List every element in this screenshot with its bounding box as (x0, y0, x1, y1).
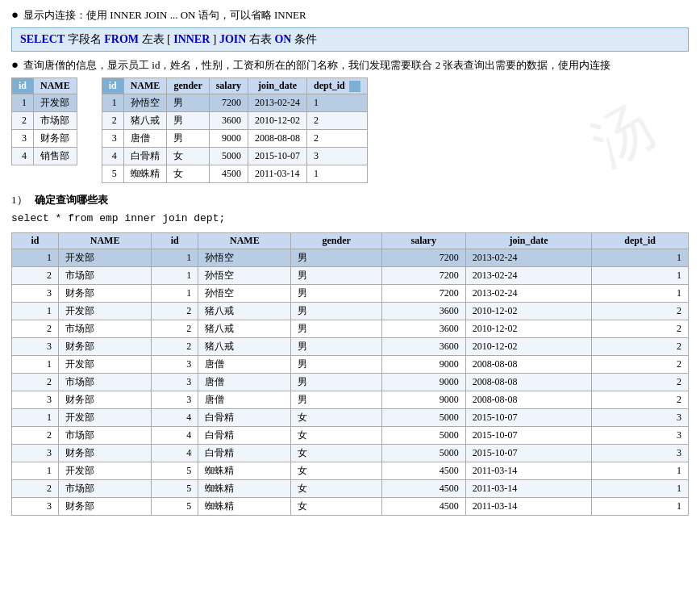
result-row-cell: 白骨精 (198, 409, 291, 427)
result-row-cell: 2010-12-02 (465, 320, 592, 338)
result-row-cell: 财务部 (59, 285, 152, 303)
result-row-cell: 2011-03-14 (465, 498, 592, 516)
result-row-cell: 猪八戒 (198, 320, 291, 338)
result-row-cell: 1 (592, 285, 689, 303)
result-row-cell: 2 (592, 374, 689, 391)
emp-row-cell: 蜘蛛精 (123, 165, 167, 183)
result-row-cell: 男 (291, 267, 381, 285)
bullet1-text: 显示内连接：使用 INNER JOIN ... ON 语句，可以省略 INNER (23, 8, 306, 23)
result-row-cell: 唐僧 (198, 391, 291, 409)
emp-row-cell: 9000 (209, 130, 248, 148)
result-row-cell: 男 (291, 338, 381, 356)
result-row-cell: 2 (592, 391, 689, 409)
result-row-cell: 1 (152, 249, 198, 267)
syntax-condition: 条件 (294, 33, 317, 45)
syntax-from: FROM (104, 33, 139, 45)
syntax-box: SELECT 字段名 FROM 左表 [ INNER ] JOIN 右表 ON … (11, 27, 689, 52)
emp-row-cell: 3600 (209, 112, 248, 130)
result-row-cell: 2013-02-24 (465, 285, 592, 303)
result-row-cell: 男 (291, 285, 381, 303)
emp-row-cell: 1 (102, 94, 123, 112)
emp-th-id: id (102, 78, 123, 94)
syntax-on: ON (274, 33, 291, 45)
result-row-cell: 1 (592, 498, 689, 516)
result-row-cell: 4500 (381, 480, 465, 498)
result-row-cell: 市场部 (59, 480, 152, 498)
result-row-cell: 男 (291, 391, 381, 409)
emp-row-cell: 猪八戒 (123, 112, 167, 130)
emp-row-cell: 1 (307, 165, 368, 183)
result-row-cell: 1 (12, 249, 59, 267)
result-row-cell: 3 (592, 427, 689, 445)
result-row-cell: 女 (291, 445, 381, 462)
syntax-left-table: 左表 [ (142, 33, 171, 45)
step1-header: 1） 确定查询哪些表 (11, 193, 689, 207)
result-row-cell: 男 (291, 249, 381, 267)
result-row-cell: 白骨精 (198, 427, 291, 445)
result-row-cell: 蜘蛛精 (198, 480, 291, 498)
dept-row-id: 4 (12, 148, 34, 165)
result-row-cell: 开发部 (59, 409, 152, 427)
emp-th-salary: salary (209, 78, 248, 94)
tables-row: id NAME 1开发部2市场部3财务部4销售部 id NAME gender … (11, 77, 689, 183)
result-row-cell: 开发部 (59, 356, 152, 374)
bullet1-line: ● 显示内连接：使用 INNER JOIN ... ON 语句，可以省略 INN… (11, 8, 689, 23)
emp-row-cell: 2008-08-08 (248, 130, 307, 148)
dept-row-name: 市场部 (34, 112, 77, 130)
result-row-cell: 4 (152, 409, 198, 427)
emp-th-deptid: dept_id (307, 78, 368, 94)
result-row-cell: 3 (12, 391, 59, 409)
result-row-cell: 2 (12, 267, 59, 285)
result-row-cell: 2008-08-08 (465, 356, 592, 374)
emp-row-cell: 4 (102, 148, 123, 165)
result-row-cell: 7200 (381, 267, 465, 285)
result-row-cell: 男 (291, 374, 381, 391)
result-row-cell: 3600 (381, 320, 465, 338)
result-row-cell: 孙悟空 (198, 285, 291, 303)
result-row-cell: 市场部 (59, 267, 152, 285)
emp-th-joindate: join_date (248, 78, 307, 94)
result-row-cell: 1 (12, 356, 59, 374)
result-row-cell: 2 (12, 427, 59, 445)
result-row-cell: 猪八戒 (198, 303, 291, 320)
result-row-cell: 2 (152, 320, 198, 338)
result-row-cell: 3 (12, 498, 59, 516)
result-row-cell: 2011-03-14 (465, 480, 592, 498)
result-row-cell: 2015-10-07 (465, 445, 592, 462)
emp-row-cell: 1 (307, 94, 368, 112)
emp-row-cell: 2011-03-14 (248, 165, 307, 183)
result-row-cell: 财务部 (59, 445, 152, 462)
emp-row-cell: 女 (167, 148, 209, 165)
emp-row-cell: 2010-12-02 (248, 112, 307, 130)
bullet2-line: ● 查询唐僧的信息，显示员工 id，姓名，性别，工资和所在的部门名称，我们发现需… (11, 58, 689, 73)
dept-table-container: id NAME 1开发部2市场部3财务部4销售部 (11, 77, 77, 165)
result-row-cell: 3 (592, 409, 689, 427)
bullet2-symbol: ● (11, 58, 19, 72)
result-row-cell: 3 (152, 374, 198, 391)
emp-row-cell: 4500 (209, 165, 248, 183)
result-row-cell: 男 (291, 320, 381, 338)
code1-block: select * from emp inner join dept; (11, 211, 689, 226)
res-th-emp-id: id (152, 233, 198, 249)
emp-row-cell: 2 (307, 112, 368, 130)
result-row-cell: 猪八戒 (198, 338, 291, 356)
dept-row-id: 1 (12, 94, 34, 112)
syntax-select: SELECT (20, 33, 65, 45)
emp-row-cell: 3 (307, 148, 368, 165)
result-row-cell: 2 (152, 338, 198, 356)
result-row-cell: 1 (12, 303, 59, 320)
syntax-bracket: ] (213, 33, 219, 45)
dept-th-id: id (12, 78, 34, 94)
emp-row-cell: 唐僧 (123, 130, 167, 148)
syntax-join: JOIN (219, 33, 246, 45)
result-row-cell: 开发部 (59, 462, 152, 480)
result-row-cell: 2 (152, 303, 198, 320)
emp-row-cell: 孙悟空 (123, 94, 167, 112)
result-row-cell: 女 (291, 462, 381, 480)
step1-number: 1） (11, 194, 27, 206)
emp-row-cell: 2015-10-07 (248, 148, 307, 165)
result-row-cell: 9000 (381, 374, 465, 391)
emp-row-cell: 2 (307, 130, 368, 148)
result-row-cell: 3 (12, 338, 59, 356)
result-row-cell: 2 (592, 320, 689, 338)
